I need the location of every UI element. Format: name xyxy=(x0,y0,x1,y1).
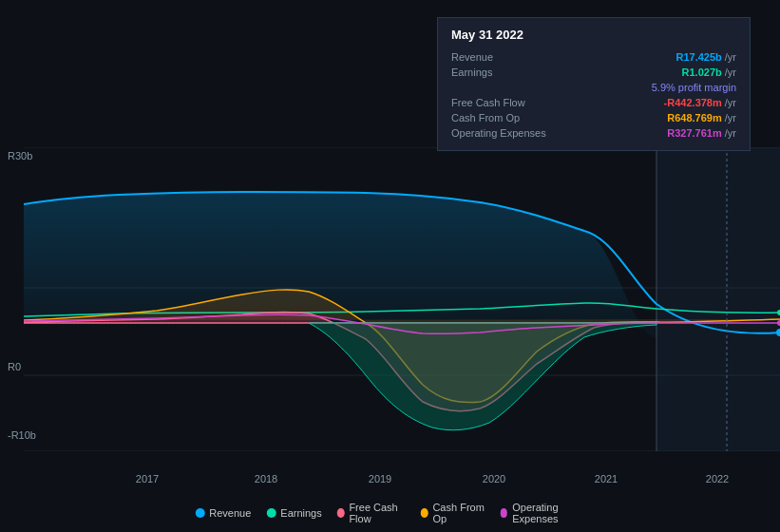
legend-label-earnings: Earnings xyxy=(280,507,321,519)
tooltip-revenue-value: R17.425b xyxy=(675,51,721,63)
tooltip-fcf-value: -R442.378m xyxy=(664,97,722,108)
tooltip-earnings-row: Earnings R1.027b /yr xyxy=(451,65,736,80)
tooltip-fcf-row: Free Cash Flow -R442.378m /yr xyxy=(451,95,736,110)
tooltip-opex-label: Operating Expenses xyxy=(451,127,546,139)
legend-item-opex[interactable]: Operating Expenses xyxy=(501,502,585,524)
legend-label-revenue: Revenue xyxy=(209,507,251,519)
x-label-2017: 2017 xyxy=(136,473,159,484)
tooltip-earnings-value: R1.027b xyxy=(682,66,722,78)
chart-legend: Revenue Earnings Free Cash Flow Cash Fro… xyxy=(195,502,585,524)
tooltip-earnings-label: Earnings xyxy=(451,66,546,78)
tooltip-fcf-label: Free Cash Flow xyxy=(451,97,546,108)
tooltip-opex-unit: /yr xyxy=(725,127,736,139)
x-label-2022: 2022 xyxy=(706,473,729,484)
tooltip-date: May 31 2022 xyxy=(451,28,736,42)
tooltip-cashfromop-row: Cash From Op R648.769m /yr xyxy=(451,110,736,125)
legend-item-earnings[interactable]: Earnings xyxy=(266,507,321,519)
tooltip-earnings-margin: 5.9% profit margin xyxy=(652,82,736,93)
legend-label-cashfromop: Cash From Op xyxy=(432,502,485,524)
x-label-2018: 2018 xyxy=(255,473,277,484)
tooltip-revenue-unit: /yr xyxy=(725,51,736,63)
legend-dot-opex xyxy=(501,508,508,518)
y-label-mid: R0 xyxy=(8,361,21,372)
tooltip-fcf-unit: /yr xyxy=(725,97,736,108)
tooltip-earnings-margin-row: 5.9% profit margin xyxy=(451,80,736,95)
tooltip-revenue-label: Revenue xyxy=(451,51,546,63)
legend-item-revenue[interactable]: Revenue xyxy=(195,507,251,519)
legend-dot-cashfromop xyxy=(421,508,428,518)
legend-dot-revenue xyxy=(195,508,204,518)
legend-label-fcf: Free Cash Flow xyxy=(349,502,405,524)
tooltip-cashfromop-unit: /yr xyxy=(725,112,736,124)
tooltip-opex-value: R327.761m xyxy=(667,127,722,139)
legend-dot-earnings xyxy=(266,508,276,518)
legend-label-opex: Operating Expenses xyxy=(512,502,585,524)
svg-point-6 xyxy=(776,329,780,336)
x-label-2021: 2021 xyxy=(595,473,618,484)
legend-item-fcf[interactable]: Free Cash Flow xyxy=(337,502,406,524)
legend-dot-fcf xyxy=(337,508,345,518)
x-label-2020: 2020 xyxy=(483,473,505,484)
x-label-2019: 2019 xyxy=(369,473,391,484)
tooltip-revenue-row: Revenue R17.425b /yr xyxy=(451,49,736,65)
tooltip-opex-row: Operating Expenses R327.761m /yr xyxy=(451,125,736,141)
tooltip-cashfromop-label: Cash From Op xyxy=(451,112,546,124)
tooltip-cashfromop-value: R648.769m xyxy=(667,112,722,124)
chart-svg xyxy=(24,147,780,451)
tooltip-earnings-unit: /yr xyxy=(725,66,736,78)
chart-container: May 31 2022 Revenue R17.425b /yr Earning… xyxy=(0,0,780,532)
legend-item-cashfromop[interactable]: Cash From Op xyxy=(421,502,485,524)
tooltip-panel: May 31 2022 Revenue R17.425b /yr Earning… xyxy=(437,17,751,151)
